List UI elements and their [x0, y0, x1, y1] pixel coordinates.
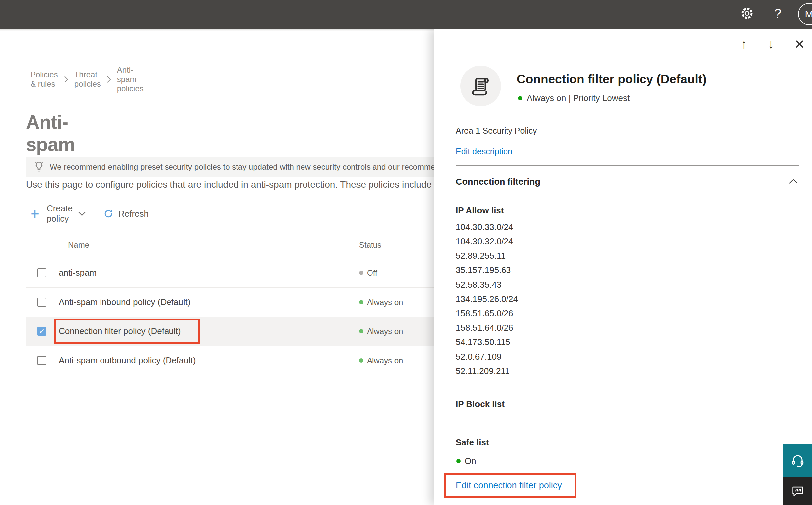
ip-address: 104.30.33.0/24 [456, 220, 518, 234]
edit-connection-filter-policy-link[interactable]: Edit connection filter policy [456, 480, 562, 491]
row-checkbox-checked[interactable]: ✓ [37, 327, 46, 336]
column-header-name[interactable]: Name [68, 240, 89, 249]
flyout-status: Always on | Priority Lowest [518, 93, 630, 103]
status-text: Always on [367, 298, 403, 307]
feedback-chat-button[interactable] [784, 477, 812, 505]
banner-text: We recommend enabling preset security po… [50, 162, 435, 172]
divider [456, 165, 799, 166]
lightbulb-icon [33, 160, 45, 174]
policy-description: Area 1 Security Policy [456, 126, 537, 136]
help-support-button[interactable] [784, 444, 812, 477]
policy-name[interactable]: Anti-spam outbound policy (Default) [59, 355, 196, 366]
feedback-bubble-icon [791, 484, 805, 498]
row-status: Always on [359, 356, 403, 365]
status-text: On [465, 456, 476, 466]
row-checkbox[interactable] [37, 269, 46, 278]
row-status: Off [359, 269, 378, 278]
chevron-up-icon[interactable] [789, 178, 798, 185]
refresh-button[interactable]: Refresh [103, 208, 149, 219]
refresh-label: Refresh [119, 209, 149, 219]
avatar[interactable]: M [798, 3, 812, 25]
top-app-bar: ? M [0, 0, 812, 28]
status-dot [359, 271, 363, 275]
row-status: Always on [359, 327, 403, 336]
policy-name[interactable]: Anti-spam inbound policy (Default) [59, 297, 190, 307]
recommendation-banner: We recommend enabling preset security po… [26, 157, 441, 177]
status-dot [518, 96, 523, 100]
plus-icon: + [30, 206, 39, 221]
ip-address: 35.157.195.63 [456, 263, 518, 278]
close-icon[interactable]: × [795, 34, 804, 54]
ip-address: 158.51.65.0/26 [456, 306, 518, 321]
status-dot [359, 329, 363, 333]
ip-address: 134.195.26.0/24 [456, 292, 518, 306]
column-header-status[interactable]: Status [359, 240, 381, 249]
policy-name[interactable]: Connection filter policy (Default) [59, 326, 181, 336]
edit-description-link[interactable]: Edit description [456, 147, 513, 156]
status-text: Always on [367, 327, 403, 336]
section-title-connection-filtering[interactable]: Connection filtering [456, 177, 540, 187]
chevron-right-icon [107, 76, 111, 83]
flyout-title: Connection filter policy (Default) [517, 72, 706, 86]
policies-table: Name Status anti-spam Off Anti-spam inbo… [26, 232, 441, 375]
ip-address: 158.51.64.0/26 [456, 321, 518, 335]
breadcrumb: Policies & rules Threat policies Anti-sp… [30, 65, 144, 93]
table-row[interactable]: anti-spam Off [26, 259, 441, 288]
avatar-initial: M [805, 8, 812, 20]
safe-list-status: On [456, 456, 476, 466]
create-policy-label: Create policy [47, 203, 73, 224]
table-row-selected[interactable]: ✓ Connection filter policy (Default) Alw… [26, 317, 441, 346]
ip-allow-list-label: IP Allow list [456, 205, 503, 216]
breadcrumb-item-threat-policies[interactable]: Threat policies [74, 70, 101, 89]
row-checkbox[interactable] [37, 356, 46, 365]
row-status: Always on [359, 298, 403, 307]
ip-address: 52.58.35.43 [456, 278, 518, 292]
row-checkbox[interactable] [37, 298, 46, 307]
previous-item-arrow-up-icon[interactable]: ↑ [741, 37, 747, 51]
ip-block-list-label: IP Block list [456, 399, 504, 409]
status-dot [456, 459, 461, 463]
ip-address: 104.30.32.0/24 [456, 234, 518, 248]
table-row[interactable]: Anti-spam outbound policy (Default) Alwa… [26, 346, 441, 375]
safe-list-label: Safe list [456, 437, 489, 448]
check-icon: ✓ [39, 328, 45, 335]
ip-address: 52.11.209.211 [456, 364, 518, 378]
breadcrumb-item-anti-spam-policies: Anti-spam policies [117, 65, 144, 93]
ip-address: 54.173.50.115 [456, 335, 518, 349]
refresh-icon [103, 208, 114, 219]
headset-icon [790, 453, 805, 468]
table-row[interactable]: Anti-spam inbound policy (Default) Alway… [26, 288, 441, 317]
policy-details-flyout: ↑ ↓ × Connection filter policy (Default)… [434, 28, 812, 505]
chevron-right-icon [64, 76, 68, 83]
policy-name[interactable]: anti-spam [59, 268, 96, 278]
breadcrumb-item-policies-rules[interactable]: Policies & rules [30, 70, 58, 89]
toolbar: + Create policy Refresh [26, 204, 149, 223]
status-text: Off [367, 269, 378, 278]
ip-address: 52.89.255.11 [456, 249, 518, 263]
policy-scroll-icon [460, 66, 501, 106]
page-description: Use this page to configure policies that… [26, 179, 441, 190]
settings-gear-icon[interactable] [740, 6, 754, 22]
table-header: Name Status [26, 232, 441, 259]
next-item-arrow-down-icon[interactable]: ↓ [768, 37, 774, 51]
create-policy-button[interactable]: + Create policy [26, 203, 86, 224]
chevron-down-icon [78, 211, 86, 216]
status-text: Always on [367, 356, 403, 365]
help-icon[interactable]: ? [774, 7, 782, 20]
status-dot [359, 358, 363, 363]
ip-allow-list: 104.30.33.0/24 104.30.32.0/24 52.89.255.… [456, 220, 518, 378]
status-dot [359, 300, 363, 304]
ip-address: 52.0.67.109 [456, 350, 518, 364]
status-text: Always on | Priority Lowest [527, 93, 630, 103]
